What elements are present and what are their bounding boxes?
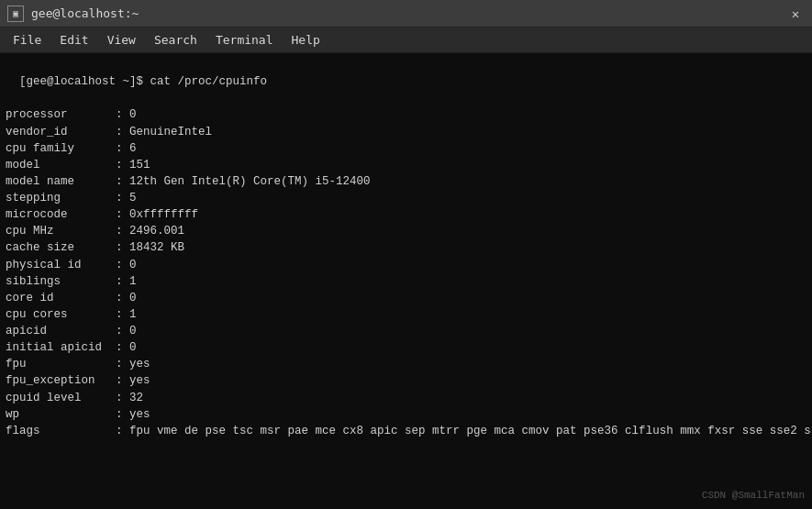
menu-edit[interactable]: Edit [50,29,97,50]
title-bar-left: ▣ gee@localhost:~ [7,6,139,22]
menu-bar: File Edit View Search Terminal Help [0,28,812,53]
title-bar-text: gee@localhost:~ [31,6,139,20]
menu-search[interactable]: Search [145,29,206,50]
title-bar: ▣ gee@localhost:~ ✕ [0,0,812,28]
terminal-body[interactable]: [gee@localhost ~]$ cat /proc/cpuinfo pro… [0,53,812,509]
watermark: CSDN @SmallFatMan [702,489,805,503]
terminal-icon: ▣ [7,6,24,22]
close-button[interactable]: ✕ [786,6,805,21]
menu-file[interactable]: File [4,29,50,50]
menu-terminal[interactable]: Terminal [206,29,283,50]
menu-view[interactable]: View [98,29,145,50]
menu-help[interactable]: Help [283,29,329,50]
prompt-line: [gee@localhost ~]$ cat /proc/cpuinfo [19,75,267,88]
terminal-output: processor : 0 vendor_id : GenuineIntel c… [6,108,812,437]
